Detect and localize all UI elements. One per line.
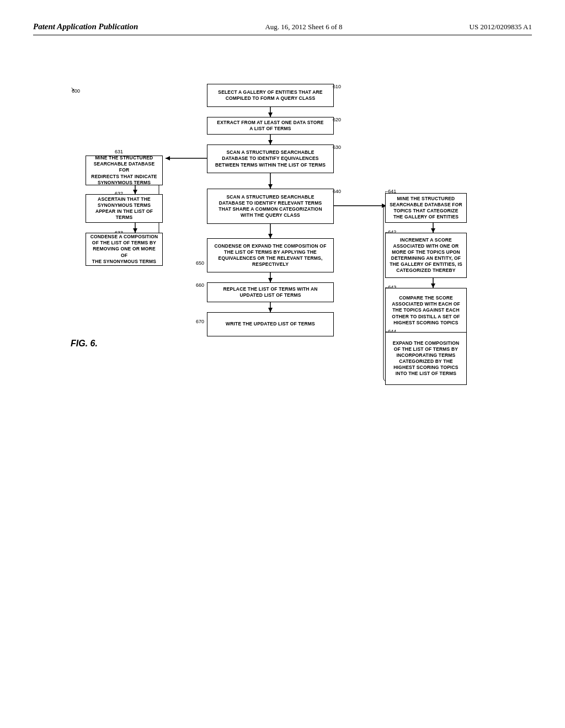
box-642: INCREMENT A SCORE ASSOCIATED WITH ONE OR… xyxy=(385,233,467,278)
svg-marker-3 xyxy=(268,140,273,144)
svg-marker-1 xyxy=(268,113,273,117)
page-header: Patent Application Publication Aug. 16, … xyxy=(33,22,532,35)
box-640: SCAN A STRUCTURED SEARCHABLE DATABASE TO… xyxy=(207,189,334,224)
label-660: 660 xyxy=(196,282,204,288)
label-610: 610 xyxy=(333,84,341,89)
svg-marker-5 xyxy=(268,184,273,189)
box-632: ASCERTAIN THAT THE SYNONYMOUS TERMS APPE… xyxy=(86,194,163,223)
label-630: 630 xyxy=(333,144,341,150)
arrow-600: ↘ xyxy=(71,86,75,92)
svg-marker-7 xyxy=(268,234,273,238)
svg-marker-21 xyxy=(431,228,435,233)
box-643: COMPARE THE SCORE ASSOCIATED WITH EACH O… xyxy=(385,288,467,333)
box-641: MINE THE STRUCTURED SEARCHABLE DATABASE … xyxy=(385,193,467,223)
label-631: 631 xyxy=(115,149,123,154)
box-633: CONDENSE A COMPOSITION OF THE LIST OF TE… xyxy=(86,233,163,266)
svg-marker-9 xyxy=(268,278,273,282)
svg-marker-17 xyxy=(133,228,137,233)
svg-marker-13 xyxy=(166,156,170,160)
box-620: EXTRACT FROM AT LEAST ONE DATA STORE A L… xyxy=(207,117,334,135)
label-640: 640 xyxy=(333,189,341,194)
header-date-sheet: Aug. 16, 2012 Sheet 6 of 8 xyxy=(265,23,342,31)
label-620: 620 xyxy=(333,117,341,122)
box-660: REPLACE THE LIST OF TERMS WITH AN UPDATE… xyxy=(207,282,334,302)
box-630: SCAN A STRUCTURED SEARCHABLE DATABASE TO… xyxy=(207,144,334,173)
svg-marker-11 xyxy=(268,308,273,312)
page: Patent Application Publication Aug. 16, … xyxy=(0,0,565,728)
header-patent-number: US 2012/0209835 A1 xyxy=(470,23,532,31)
box-670: WRITE THE UPDATED LIST OF TERMS xyxy=(207,312,334,336)
label-670: 670 xyxy=(196,319,204,324)
label-650: 650 xyxy=(196,260,204,266)
figure-label: FIG. 6. xyxy=(71,339,98,349)
box-644: EXPAND THE COMPOSITION OF THE LIST OF TE… xyxy=(385,332,467,385)
box-631: MINE THE STRUCTURED SEARCHABLE DATABASE … xyxy=(86,156,163,185)
svg-marker-23 xyxy=(431,283,435,288)
diagram-area: 600 ↘ SELECT A GALLERY OF ENTITIES THAT … xyxy=(33,46,532,692)
header-title: Patent Application Publication xyxy=(33,22,138,31)
svg-marker-15 xyxy=(133,190,137,194)
box-650: CONDENSE OR EXPAND THE COMPOSITION OF TH… xyxy=(207,238,334,272)
box-610: SELECT A GALLERY OF ENTITIES THAT ARE CO… xyxy=(207,84,334,107)
